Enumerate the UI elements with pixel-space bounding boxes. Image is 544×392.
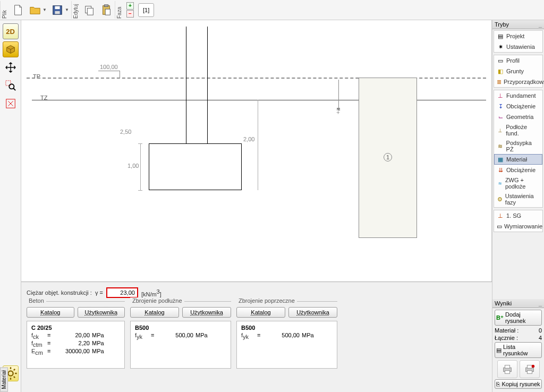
wyniki-body: B⁺Dodaj rysunek Materiał :0 Łącznie :4 ▤… xyxy=(492,308,544,392)
menu-file-label[interactable]: Plik xyxy=(0,1,8,19)
copy-button[interactable] xyxy=(81,2,97,18)
material-count-value: 0 xyxy=(539,327,542,334)
item-wymiarowanie[interactable]: ▭Wymiarowanie xyxy=(494,221,542,232)
beton-user-button[interactable]: Użytkownika xyxy=(78,307,125,318)
soil-id-badge: 1 xyxy=(384,153,392,161)
tryby-group-1: ▤Projekt ✷Ustawienia xyxy=(494,30,543,53)
tryby-group-2: ▭Profil ◧Grunty ≣Przyporządkow. xyxy=(494,55,543,88)
save-button[interactable] xyxy=(49,2,65,18)
item-ustawienia-fazy[interactable]: ⚙Ustawienia fazy xyxy=(494,191,542,207)
svg-rect-17 xyxy=(527,371,532,374)
add-drawing-button[interactable]: B⁺Dodaj rysunek xyxy=(495,310,542,326)
item-grunty[interactable]: ◧Grunty xyxy=(494,66,542,76)
new-file-button[interactable] xyxy=(10,2,26,18)
item-podloze[interactable]: ⟂Podłoże fund. xyxy=(494,122,542,138)
dim-height: 2,50 xyxy=(120,129,131,135)
open-file-button[interactable] xyxy=(27,2,43,18)
long-catalog-button[interactable]: Katalog xyxy=(130,307,179,318)
left-toolbar: 2D xyxy=(0,20,21,392)
bedding-icon: ≋ xyxy=(497,142,504,150)
tryby-header: Tryby _ xyxy=(492,20,544,29)
view-3d-button[interactable] xyxy=(3,41,19,57)
right-sidebar: Tryby _ ▤Projekt ✷Ustawienia ▭Profil ◧Gr… xyxy=(492,20,544,392)
group-transverse: Zbrojenie poprzeczne Katalog Użytkownika… xyxy=(236,301,337,369)
phase-add-icon[interactable]: + xyxy=(126,2,134,10)
load2-icon: ⇊ xyxy=(497,166,504,174)
svg-rect-2 xyxy=(55,11,60,14)
z-arrow xyxy=(338,80,339,110)
beton-catalog-button[interactable]: Katalog xyxy=(27,307,74,318)
svg-point-18 xyxy=(531,365,534,368)
move-tool-button[interactable] xyxy=(3,59,19,75)
copy-drawing-button[interactable]: ⎘Kopiuj rysunek xyxy=(495,379,542,389)
label-z: +z xyxy=(335,108,341,114)
item-fundament[interactable]: ⊥Fundament xyxy=(494,90,542,101)
trans-info: B500 fyk=500,00MPa xyxy=(236,321,337,369)
item-profil[interactable]: ▭Profil xyxy=(494,55,542,66)
weight-input[interactable] xyxy=(106,287,138,298)
svg-rect-4 xyxy=(87,8,93,15)
label-tp: TP xyxy=(33,73,40,80)
soil-icon: ◧ xyxy=(497,67,504,75)
tryby-group-3: ⊥Fundament ↧Obciążenie ⌙Geometria ⟂Podło… xyxy=(494,90,543,208)
fit-tool-button[interactable] xyxy=(3,96,19,112)
item-projekt[interactable]: ▤Projekt xyxy=(494,31,542,41)
item-zwg[interactable]: ≈ZWG + podłoże xyxy=(494,175,542,191)
column-left xyxy=(186,27,186,143)
long-info: B500 fyk=500,00MPa xyxy=(130,321,231,369)
print-button-2[interactable] xyxy=(520,360,540,378)
ground-icon: ⟂ xyxy=(497,126,504,134)
phase-remove-icon[interactable]: − xyxy=(126,10,134,18)
view-2d-button[interactable]: 2D xyxy=(3,23,19,39)
open-dropdown-icon[interactable]: ▼ xyxy=(42,7,47,12)
tryby-title: Tryby xyxy=(495,21,509,28)
dim-right: 2,00 xyxy=(243,136,254,142)
drawing-list-button[interactable]: ▤Lista rysunków xyxy=(495,342,542,358)
item-ustawienia[interactable]: ✷Ustawienia xyxy=(494,41,542,52)
item-material[interactable]: ▦Materiał xyxy=(494,154,542,165)
beton-info: C 20/25 fck=20,00MPa fctm=2,20MPa Ecm=30… xyxy=(27,321,125,369)
material-tab-vertical[interactable]: Materiał xyxy=(0,368,8,392)
paste-button[interactable] xyxy=(98,2,114,18)
item-geometria[interactable]: ⌙Geometria xyxy=(494,112,542,122)
group-trans-title: Zbrojenie poprzeczne xyxy=(236,297,297,304)
menu-edit-label[interactable]: Edytuj xyxy=(71,1,80,19)
trans-catalog-button[interactable]: Katalog xyxy=(236,307,285,318)
group-long-title: Zbrojenie podłużne xyxy=(130,297,184,304)
tryby-minimize-icon[interactable]: _ xyxy=(539,21,542,28)
top-toolbar: Plik ▼ ▼ Edytuj Faza + − [1] xyxy=(0,0,544,20)
phase-plus-minus: + − xyxy=(126,2,134,18)
svg-point-9 xyxy=(9,84,14,89)
item-podsypka[interactable]: ≋Podsypka PŻ xyxy=(494,138,542,154)
column-right xyxy=(207,27,208,143)
item-obciazenie-2[interactable]: ⇊Obciążenie xyxy=(494,165,542,175)
save-dropdown-icon[interactable]: ▼ xyxy=(65,7,69,12)
item-przyporzadkow[interactable]: ≣Przyporządkow. xyxy=(494,76,542,87)
drawing-canvas[interactable]: TP TZ 100,00 2,50 1,00 2,00 xyxy=(21,20,492,282)
svg-rect-16 xyxy=(527,365,532,369)
wyniki-header: Wyniki _ xyxy=(492,299,544,308)
long-name: B500 xyxy=(135,325,226,331)
trans-user-button[interactable]: Użytkownika xyxy=(288,307,337,318)
line-tp xyxy=(27,78,486,79)
assign-icon: ≣ xyxy=(497,78,502,86)
long-user-button[interactable]: Użytkownika xyxy=(182,307,231,318)
wyniki-minimize-icon[interactable]: _ xyxy=(539,300,542,306)
total-value: 4 xyxy=(539,335,542,341)
item-1sg[interactable]: ⊥1. SG xyxy=(494,210,542,221)
print-button-1[interactable] xyxy=(497,360,517,378)
group-beton-title: Beton xyxy=(27,297,46,304)
sg-icon: ⊥ xyxy=(497,212,504,219)
beton-name: C 20/25 xyxy=(31,325,120,331)
profile-icon: ▭ xyxy=(497,57,504,64)
item-obciazenie[interactable]: ↧Obciążenie xyxy=(494,101,542,112)
menu-phase-label[interactable]: Faza xyxy=(115,1,123,19)
dim-top: 100,00 xyxy=(100,64,118,70)
dim-block-h: 1,00 xyxy=(128,163,139,169)
svg-rect-7 xyxy=(105,9,110,15)
zoom-tool-button[interactable] xyxy=(3,78,19,93)
dim-top-leader xyxy=(98,71,120,71)
phase-tab-1[interactable]: [1] xyxy=(138,3,154,17)
weight-label: Ciężar objęt. konstrukcji : xyxy=(27,289,92,296)
wyniki-title: Wyniki xyxy=(495,300,512,306)
